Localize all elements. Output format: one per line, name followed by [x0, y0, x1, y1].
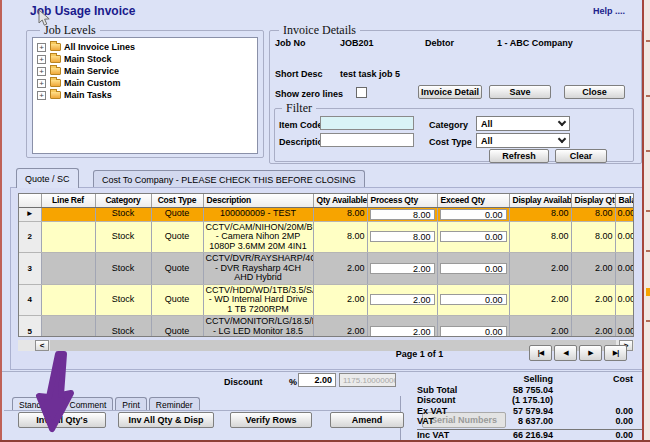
exceed-qty-input[interactable]: 0.00 [440, 263, 507, 274]
exceed-qty-input[interactable]: 0.00 [440, 294, 507, 305]
row-marker[interactable]: 4 [19, 284, 41, 316]
tree-item[interactable]: + Main Stock [37, 53, 257, 65]
totals-cost-value: 0.00 [553, 416, 648, 426]
cell-exceed-qty: 0.00 [437, 207, 509, 221]
invoice-detail-button[interactable]: Invoice Detail [418, 85, 482, 99]
scroll-left-button[interactable]: < [35, 340, 49, 351]
pager-next-button[interactable]: ▶ [579, 345, 602, 361]
discount-percent-input[interactable]: 2.00 [298, 373, 336, 387]
pager-last-button[interactable]: ▶| [604, 345, 627, 361]
tree-item[interactable]: + Main Service [37, 65, 257, 77]
cost-header: Cost [553, 374, 648, 384]
cell-exceed-qty: 0.00 [437, 253, 509, 285]
help-link[interactable]: Help .... [593, 6, 625, 16]
bottom-tab[interactable]: Print [115, 397, 146, 411]
cell-exceed-qty: 0.00 [437, 316, 509, 338]
tree-item[interactable]: + Main Custom [37, 77, 257, 89]
show-zero-lines-checkbox[interactable] [356, 87, 367, 98]
cell-line-ref [41, 316, 95, 338]
table-row[interactable]: 3 Stock Quote CCTV/DVR/RAYSHARP/4CH - DV… [19, 253, 634, 285]
clear-button[interactable]: Clear [555, 149, 607, 163]
row-marker[interactable]: 2 [19, 221, 41, 253]
tab-quote-sc[interactable]: Quote / SC [16, 168, 79, 188]
tree-item-label: All Invoice Lines [64, 42, 135, 52]
process-qty-input[interactable]: 2.00 [370, 263, 435, 274]
cell-balance: 0.00 [615, 207, 634, 221]
cell-balance: 0.00 [615, 284, 634, 316]
cell-exceed-qty: 0.00 [437, 221, 509, 253]
discount-amount-field: 1175.10000000 [339, 373, 396, 387]
cell-qty-available: 2.00 [313, 316, 367, 338]
tree-expander-icon[interactable]: + [37, 67, 46, 76]
totals-selling-value: 58 755.04 [477, 385, 553, 395]
table-row[interactable]: 4 Stock Quote CCTV/HDD/WD/1TB/3.5/SATA/7… [19, 284, 634, 316]
process-qty-input[interactable]: 8.00 [370, 231, 435, 242]
inv-all-qtys-button[interactable]: Inv All Qty's [18, 412, 106, 428]
col-balance: Balance Q [615, 194, 634, 207]
cell-display-available: 8.00 [509, 221, 571, 253]
tree-expander-icon[interactable]: + [37, 43, 46, 52]
cell-balance: 0.00 [615, 253, 634, 285]
tree-expander-icon[interactable]: + [37, 79, 46, 88]
table-row[interactable]: 2 Stock Quote CCTV/CAM/NIHON/20M/BULLET/… [19, 221, 634, 253]
cell-cost-type: Quote [151, 221, 203, 253]
cell-description: CCTV/DVR/RAYSHARP/4CH - DVR Raysharp 4CH… [203, 253, 313, 285]
cell-line-ref [41, 284, 95, 316]
grid-header-row: Line Ref Category Cost Type Description … [19, 194, 634, 207]
cell-process-qty: 8.00 [367, 221, 437, 253]
close-button[interactable]: Close [564, 85, 625, 99]
table-row[interactable]: 5 Stock Quote CCTV/MONITOR/LG/18.5/LED -… [19, 316, 634, 338]
process-qty-input[interactable]: 8.00 [370, 209, 435, 220]
tree-expander-icon[interactable]: + [37, 55, 46, 64]
table-row[interactable]: ► Stock Quote 100000009 - TEST 8.00 8.00… [19, 207, 634, 221]
cell-display-qty: 2.00 [571, 284, 615, 316]
show-zero-lines-label: Show zero lines [275, 89, 343, 99]
exceed-qty-input[interactable]: 0.00 [440, 231, 507, 242]
save-button[interactable]: Save [489, 85, 551, 99]
refresh-button[interactable]: Refresh [489, 149, 549, 163]
totals-row: Discount (1 175.10) [417, 395, 648, 406]
divider [4, 410, 400, 411]
amend-button[interactable]: Amend [330, 412, 404, 428]
job-no-value: JOB201 [340, 38, 374, 48]
cell-display-available: 8.00 [509, 207, 571, 221]
verify-rows-button[interactable]: Verify Rows [230, 412, 312, 428]
row-marker[interactable]: 3 [19, 253, 41, 285]
exceed-qty-input[interactable]: 0.00 [440, 326, 507, 337]
item-code-input[interactable] [320, 116, 414, 130]
process-qty-input[interactable]: 2.00 [370, 326, 435, 337]
totals-cost-value: 0.00 [553, 406, 648, 416]
cell-description: CCTV/CAM/NIHON/20M/BULLET/2MP - Camera N… [203, 221, 313, 253]
bottom-tab[interactable]: Reminder [149, 397, 200, 411]
selling-header: Selling [477, 374, 553, 384]
cell-cost-type: Quote [151, 316, 203, 338]
cell-line-ref [41, 253, 95, 285]
tab-cost-to-company[interactable]: Cost To Company - PLEASE CHECK THIS BEFO… [93, 170, 365, 188]
job-levels-legend: Job Levels [40, 23, 100, 38]
totals-row: Ex VAT 57 579.94 0.00 [417, 406, 648, 417]
bottom-tab[interactable]: Standard [12, 397, 61, 411]
description-input[interactable] [320, 133, 414, 147]
row-marker[interactable]: 5 [19, 316, 41, 338]
cell-process-qty: 8.00 [367, 207, 437, 221]
row-marker[interactable]: ► [19, 207, 41, 221]
process-qty-input[interactable]: 2.00 [370, 294, 435, 305]
pager-first-button[interactable]: |◀ [529, 345, 552, 361]
item-code-label: Item Code [279, 120, 323, 130]
category-select[interactable]: All [476, 116, 570, 131]
tree-item[interactable]: + Main Tasks [37, 89, 257, 101]
cell-category: Stock [95, 284, 151, 316]
cell-cost-type: Quote [151, 284, 203, 316]
exceed-qty-input[interactable]: 0.00 [440, 209, 507, 220]
cost-type-select[interactable]: All [476, 133, 570, 148]
filter-legend: Filter [282, 101, 316, 116]
tree-expander-icon[interactable]: + [37, 91, 46, 100]
tree-item[interactable]: + All Invoice Lines [37, 41, 257, 53]
inv-all-qty-disp-button[interactable]: Inv All Qty & Disp [118, 412, 214, 428]
cell-exceed-qty: 0.00 [437, 284, 509, 316]
cell-display-qty: 2.00 [571, 316, 615, 338]
background-window-strip [642, 0, 650, 442]
totals-header-row: Selling Cost [417, 374, 648, 385]
pager-prev-button[interactable]: ◀ [554, 345, 577, 361]
bottom-tab[interactable]: Comment [63, 397, 114, 411]
